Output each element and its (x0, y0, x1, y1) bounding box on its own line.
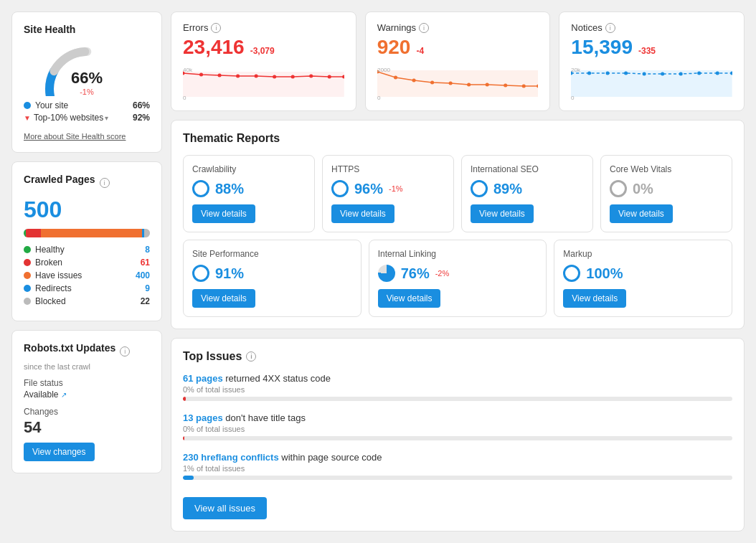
warnings-info-icon[interactable]: i (419, 23, 429, 33)
svg-point-10 (291, 75, 295, 79)
circle-icon-cwv (610, 180, 627, 197)
theme-delta-internal-linking: -2% (435, 269, 450, 278)
view-details-markup[interactable]: View details (563, 289, 626, 308)
svg-point-25 (521, 85, 525, 88)
theme-score-intl-seo: 89% (471, 180, 584, 197)
svg-point-7 (236, 75, 240, 78)
svg-text:0: 0 (571, 95, 575, 100)
bar-seg-blocked (144, 229, 150, 237)
crawled-info-icon[interactable]: i (100, 178, 110, 188)
theme-score-https: 96% -1% (331, 180, 445, 197)
chevron-icon: ▾ (105, 114, 108, 122)
svg-point-34 (643, 72, 646, 76)
robots-file-label: File status (24, 378, 150, 388)
theme-title-markup: Markup (563, 249, 723, 259)
more-about-link[interactable]: More about Site Health score (24, 132, 150, 141)
thematic-title: Thematic Reports (183, 132, 732, 145)
theme-title-https: HTTPS (331, 164, 445, 174)
issue-row-2: 230 hreflang conflicts within page sourc… (183, 452, 732, 480)
theme-card-internal-linking: Internal Linking 76% -2% View details (369, 240, 547, 317)
stat-value-issues: 400 (136, 270, 150, 280)
svg-point-24 (504, 84, 507, 88)
top-issues-info-icon[interactable]: i (246, 351, 256, 362)
theme-title-performance: Site Performance (192, 249, 352, 259)
robots-changes-value: 54 (24, 418, 150, 437)
theme-title-cwv: Core Web Vitals (610, 164, 723, 174)
issue-link-1[interactable]: 13 pages (183, 412, 223, 423)
issue-link-0[interactable]: 61 pages (183, 373, 223, 384)
stat-value-redirects: 9 (145, 283, 150, 293)
crawled-stats: Healthy 8 Broken 61 Have issues (24, 245, 150, 306)
robots-info-icon[interactable]: i (120, 346, 130, 357)
view-details-cwv[interactable]: View details (610, 204, 673, 223)
errors-chart: 40k 0 (183, 65, 344, 100)
errors-label: Errors i (183, 22, 344, 33)
errors-value-row: 23,416 -3,079 (183, 36, 344, 59)
site-health-card: Site Health 66% -1% (11, 11, 162, 153)
circle-icon-crawlability (192, 180, 209, 197)
view-details-performance[interactable]: View details (192, 289, 255, 308)
site-health-legend: Your site 66% ▼ Top-10% websites ▾ 92% (24, 100, 150, 125)
svg-rect-3 (183, 72, 344, 97)
robots-file-value: Available ↗ (24, 389, 150, 400)
view-all-issues-button[interactable]: View all issues (183, 497, 267, 519)
robots-subtitle: since the last crawl (24, 362, 150, 371)
theme-percent-performance: 91% (215, 265, 244, 282)
issue-sub-2: 1% of total issues (183, 464, 732, 473)
circle-icon-intl-seo (471, 180, 488, 197)
warnings-card: Warnings i 920 -4 (365, 11, 551, 111)
theme-card-cwv: Core Web Vitals 0% View details (600, 155, 732, 232)
svg-point-21 (448, 82, 452, 85)
right-column: Errors i 23,416 -3,079 (171, 11, 745, 532)
left-column: Site Health 66% -1% (11, 11, 162, 532)
svg-text:0: 0 (183, 95, 186, 100)
stat-dot-healthy (24, 246, 31, 253)
circle-icon-performance (192, 265, 209, 282)
external-link-icon[interactable]: ↗ (61, 391, 67, 399)
site-health-title: Site Health (24, 24, 150, 35)
theme-percent-https: 96% (354, 181, 383, 197)
svg-point-37 (698, 72, 701, 75)
gauge-text: 66% -1% (71, 69, 103, 96)
stat-label-blocked: Blocked (24, 296, 66, 306)
view-details-crawlability[interactable]: View details (192, 204, 255, 223)
view-changes-button[interactable]: View changes (24, 443, 95, 461)
circle-icon-https (331, 180, 349, 197)
view-details-internal-linking[interactable]: View details (378, 289, 441, 308)
stat-text-blocked: Blocked (35, 296, 66, 306)
bar-seg-issues (41, 229, 142, 237)
errors-info-icon[interactable]: i (211, 23, 221, 33)
robots-changes-label: Changes (24, 407, 150, 417)
theme-percent-internal-linking: 76% (401, 265, 430, 282)
crawled-bar-track (24, 229, 150, 237)
svg-point-35 (661, 72, 664, 76)
gauge-percent: 66% (71, 69, 103, 88)
theme-score-markup: 100% (563, 265, 723, 282)
stat-dot-blocked (24, 298, 31, 305)
stat-row-issues: Have issues 400 (24, 270, 150, 280)
theme-card-crawlability: Crawlability 88% View details (183, 155, 315, 232)
stat-dot-issues (24, 272, 31, 279)
issue-link-2[interactable]: 230 hreflang conflicts (183, 452, 279, 463)
legend-text-site: Your site (35, 100, 68, 110)
theme-percent-cwv: 0% (633, 181, 653, 197)
view-details-intl-seo[interactable]: View details (471, 204, 534, 223)
svg-point-11 (309, 75, 313, 78)
svg-point-8 (255, 75, 258, 78)
notices-info-icon[interactable]: i (605, 23, 615, 33)
svg-point-38 (716, 72, 719, 75)
stat-dot-redirects (24, 285, 31, 292)
issue-sub-1: 0% of total issues (183, 425, 732, 433)
issue-bar-0 (183, 397, 732, 401)
issue-text-2: 230 hreflang conflicts within page sourc… (183, 452, 732, 463)
triangle-icon: ▼ (24, 114, 31, 122)
stat-label-healthy: Healthy (24, 245, 65, 255)
svg-point-32 (606, 72, 610, 75)
stat-row-blocked: Blocked 22 (24, 296, 150, 306)
issue-fill-1 (183, 436, 184, 440)
svg-text:0: 0 (377, 95, 381, 100)
theme-percent-intl-seo: 89% (493, 181, 522, 197)
view-details-https[interactable]: View details (331, 204, 394, 223)
theme-score-cwv: 0% (610, 180, 723, 197)
svg-point-23 (485, 83, 488, 87)
